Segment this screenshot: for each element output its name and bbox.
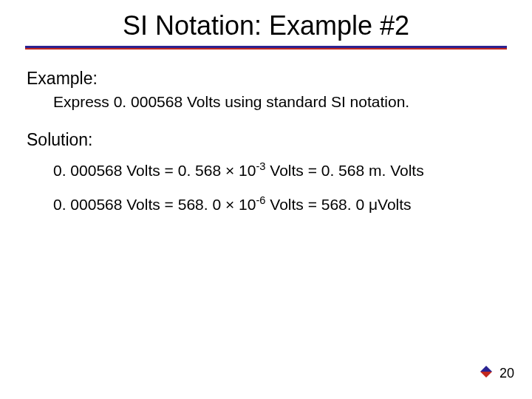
problem-text: Express 0. 000568 Volts using standard S… — [27, 93, 505, 111]
eq2-exp: -6 — [256, 194, 265, 206]
eq1-rhs: Volts = 0. 568 m. Volts — [265, 162, 423, 179]
equation-2: 0. 000568 Volts = 568. 0 × 10-6 Volts = … — [27, 194, 505, 214]
svg-marker-1 — [480, 372, 492, 378]
svg-marker-0 — [480, 366, 492, 372]
eq2-rhs: Volts = 568. 0 μVolts — [265, 196, 411, 213]
eq2-lhs: 0. 000568 Volts = 568. 0 × 10 — [53, 196, 256, 213]
slide-content: Example: Express 0. 000568 Volts using s… — [0, 50, 532, 214]
slide-logo-icon — [477, 363, 495, 384]
footer: 20 — [477, 363, 514, 384]
solution-label: Solution: — [27, 130, 505, 150]
eq1-exp: -3 — [256, 160, 265, 172]
example-label: Example: — [27, 69, 505, 89]
equation-1: 0. 000568 Volts = 0. 568 × 10-3 Volts = … — [27, 160, 505, 180]
slide-title: SI Notation: Example #2 — [0, 0, 532, 43]
page-number: 20 — [499, 366, 514, 381]
eq1-lhs: 0. 000568 Volts = 0. 568 × 10 — [53, 162, 256, 179]
